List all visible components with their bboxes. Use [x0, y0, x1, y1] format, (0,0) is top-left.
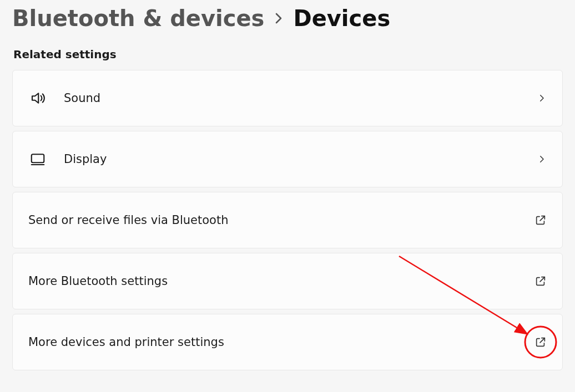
svg-line-3	[540, 277, 544, 282]
settings-card-label: Sound	[64, 91, 520, 105]
section-title-related-settings: Related settings	[13, 48, 563, 61]
chevron-right-icon	[537, 93, 547, 103]
external-link-icon	[534, 214, 547, 226]
svg-line-2	[540, 216, 544, 221]
breadcrumb-parent-link[interactable]: Bluetooth & devices	[12, 6, 264, 31]
settings-card-label: Send or receive files via Bluetooth	[28, 213, 518, 227]
settings-card-display[interactable]: Display	[12, 131, 563, 187]
page-title: Devices	[293, 6, 390, 31]
settings-card-label: More Bluetooth settings	[28, 274, 518, 288]
external-link-icon	[534, 336, 547, 348]
sound-icon	[28, 90, 47, 106]
settings-card-sound[interactable]: Sound	[12, 70, 563, 126]
settings-card-label: Display	[64, 152, 520, 166]
chevron-right-icon	[537, 154, 547, 164]
settings-card-send-or-receive-files-via-bluetooth[interactable]: Send or receive files via Bluetooth	[12, 192, 563, 248]
display-icon	[28, 151, 47, 167]
chevron-right-icon	[274, 11, 283, 26]
settings-card-more-bluetooth-settings[interactable]: More Bluetooth settings	[12, 253, 563, 309]
settings-card-more-devices-and-printer-settings[interactable]: More devices and printer settings	[12, 314, 563, 370]
settings-cards-list: Sound Display Send or receive files via …	[12, 70, 563, 370]
svg-line-4	[540, 338, 544, 343]
breadcrumb: Bluetooth & devices Devices	[12, 6, 563, 31]
external-link-icon	[534, 275, 547, 287]
settings-card-label: More devices and printer settings	[28, 335, 518, 349]
svg-rect-0	[32, 154, 44, 162]
